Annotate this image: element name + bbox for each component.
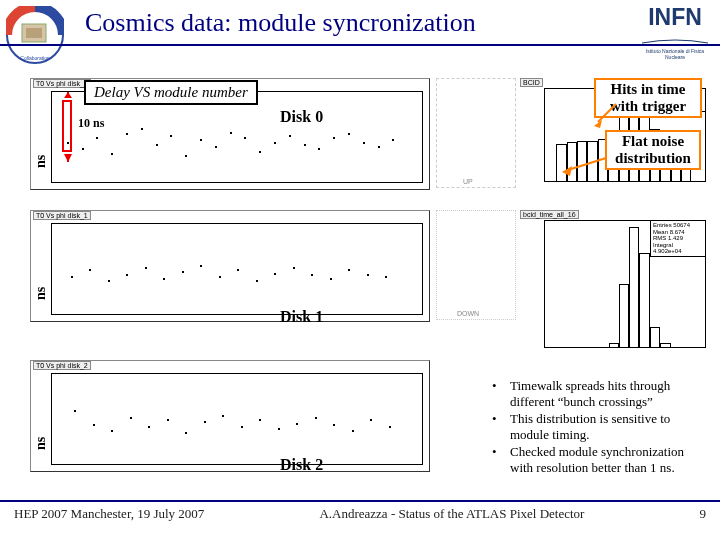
title-rule — [0, 44, 720, 46]
svg-line-8 — [598, 104, 616, 122]
footer-center: A.Andreazza - Status of the ATLAS Pixel … — [319, 506, 584, 522]
svg-marker-5 — [64, 92, 72, 98]
svg-rect-2 — [26, 28, 42, 38]
footer-page-number: 9 — [699, 506, 706, 522]
legacy-plot-1: DOWN — [436, 210, 516, 320]
yaxis-label-1: ns — [33, 287, 49, 300]
bullet-list: Timewalk spreads hits through different … — [480, 378, 710, 478]
chart-inner-1 — [51, 223, 423, 315]
chart-inner-2 — [51, 373, 423, 465]
bullet-1: Timewalk spreads hits through different … — [510, 378, 710, 409]
footer: HEP 2007 Manchester, 19 July 2007 A.Andr… — [0, 506, 720, 522]
bcid-plot-bottom: bcid_time_all_16 Entries 50674 Mean 8.67… — [520, 210, 710, 360]
infn-subtitle: Istituto Nazionale di Fisica Nucleare — [640, 49, 710, 60]
infn-logo: INFN Istituto Nazionale di Fisica Nuclea… — [640, 4, 710, 54]
bcid-stats-1: Entries 50674 Mean 8.674 RMS 1.429 Integ… — [650, 220, 706, 257]
scale-annotation: 10 ns — [78, 116, 104, 131]
svg-line-10 — [568, 158, 606, 170]
disk-0-label: Disk 0 — [280, 108, 323, 126]
highlight-noise: Flat noise distribution — [605, 130, 701, 170]
yaxis-label-2: ns — [33, 437, 49, 450]
bcid-title-1: bcid_time_all_16 — [520, 210, 579, 219]
plot-title-0: T0 Vs phi disk_0 — [33, 79, 91, 88]
footer-left: HEP 2007 Manchester, 19 July 2007 — [14, 506, 204, 522]
disk-2-label: Disk 2 — [280, 456, 323, 474]
bullet-3: Checked module synchronization with reso… — [510, 444, 710, 475]
arrow-noise — [560, 154, 610, 178]
legacy-plot-0: UP — [436, 78, 516, 188]
infn-text: INFN — [640, 4, 710, 31]
yaxis-label-0: ns — [33, 155, 49, 168]
disk-1-label: Disk 1 — [280, 308, 323, 326]
page-title: Cosmics data: module syncronization — [85, 8, 476, 38]
plot-title-1: T0 Vs phi disk_1 — [33, 211, 91, 220]
svg-marker-7 — [64, 154, 72, 162]
bcid-title-0: BCID — [520, 78, 543, 87]
scale-arrows — [60, 92, 76, 162]
bullet-2: This distribution is sensitive to module… — [510, 411, 710, 442]
arrow-hits — [592, 100, 622, 130]
chart-disk-2: T0 Vs phi disk_2 — [30, 360, 430, 472]
chart-disk-1: T0 Vs phi disk_1 — [30, 210, 430, 322]
atlas-pixel-logo: Collaboration — [6, 6, 64, 64]
footer-rule — [0, 500, 720, 502]
plot-title-2: T0 Vs phi disk_2 — [33, 361, 91, 370]
callout-delay-vs-module: Delay VS module number — [84, 80, 258, 105]
svg-marker-11 — [562, 166, 572, 176]
svg-text:Collaboration: Collaboration — [20, 55, 50, 61]
